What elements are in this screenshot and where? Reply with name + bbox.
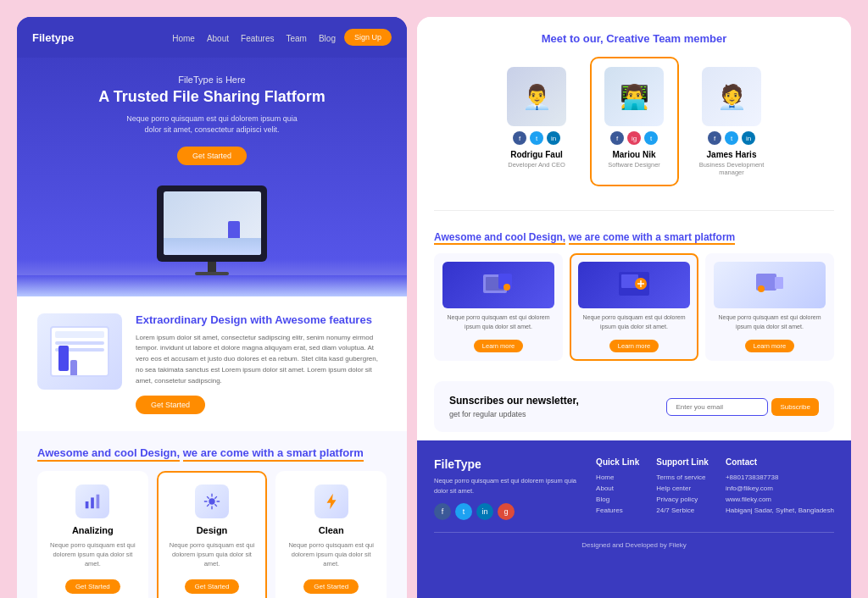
email-input[interactable]: [666, 398, 768, 416]
footer-brand: FileType Neque porro quisquam est qui do…: [434, 457, 579, 520]
footer-contact-links: +8801738387738 info@flikey.com www.filek…: [726, 473, 834, 514]
awesome-img-svg-0: [481, 270, 515, 300]
social-icons-1: f ig t: [598, 131, 670, 145]
awesome-heading-bold: Awesome and cool Design,: [434, 231, 565, 245]
footer-quick-link-1[interactable]: About: [596, 484, 639, 492]
right-panel: Meet to our, Creative Team member 👨‍💼 f …: [417, 17, 851, 598]
newsletter-form: Subscribe: [666, 398, 819, 416]
awesome-img-svg-2: [753, 270, 787, 300]
awesome-card-2: Neque porro quisquam est qui dolorem ips…: [705, 253, 834, 361]
svg-rect-2: [97, 494, 100, 508]
footer-top: FileType Neque porro quisquam est qui do…: [434, 457, 834, 520]
features-cta-button[interactable]: Get Started: [136, 396, 205, 414]
nav-links: Home About Features Team Blog: [172, 30, 336, 45]
features-text: Extraordinary Design with Awesome featur…: [136, 313, 387, 414]
footer-brand-desc: Neque porro quisquam est qui dolorem ips…: [434, 476, 579, 496]
footer-col-support-heading: Support Link: [656, 457, 709, 467]
footer-quick-link-3[interactable]: Features: [596, 507, 639, 514]
facebook-icon-0[interactable]: f: [513, 131, 526, 145]
nav-blog[interactable]: Blog: [319, 34, 336, 43]
facebook-icon-2[interactable]: f: [708, 131, 721, 145]
linkedin-icon-2[interactable]: in: [742, 131, 755, 145]
team-heading: Meet to our, Creative Team member: [434, 32, 834, 45]
team-section: Meet to our, Creative Team member 👨‍💼 f …: [417, 17, 851, 202]
footer-col-quick: Quick Link Home About Blog Features: [596, 457, 639, 520]
footer-facebook-icon[interactable]: f: [434, 503, 451, 520]
awesome-card-img-2: [714, 262, 826, 308]
card-analizing: Analizing Neque porro quisquam est qui d…: [37, 471, 148, 598]
features-image: [37, 313, 122, 390]
footer-quick-links: Home About Blog Features: [596, 473, 639, 514]
subscribe-button[interactable]: Subscribe: [771, 398, 819, 416]
team-row: 👨‍💼 f t in Rodrigu Faul Developer And CE…: [434, 57, 834, 186]
monitor-illustration: [157, 185, 267, 262]
svg-rect-1: [91, 497, 94, 508]
card-clean-btn[interactable]: Get Started: [303, 579, 359, 594]
awesome-section: Awesome and cool Design, we are come wit…: [417, 219, 851, 373]
team-name-1: Mariou Nik: [598, 150, 670, 159]
team-card-1: 👨‍💻 f ig t Mariou Nik Software Designer: [590, 57, 679, 186]
signup-button[interactable]: Sign Up: [344, 29, 392, 46]
hero-section: FileType is Here A Trusted File Sharing …: [17, 58, 407, 275]
twitter-icon-0[interactable]: t: [530, 131, 543, 145]
nav-features[interactable]: Features: [241, 34, 274, 43]
card-analizing-desc: Neque porro quisquam est qui dolorem ips…: [47, 540, 138, 569]
footer-google-icon[interactable]: g: [498, 503, 515, 520]
twitter-icon-1[interactable]: t: [644, 131, 658, 145]
facebook-icon-1[interactable]: f: [610, 131, 624, 145]
hero-subtitle: FileType is Here: [42, 75, 381, 85]
cool-design-heading: Awesome and cool Design, we are come wit…: [37, 446, 387, 459]
svg-point-7: [504, 284, 510, 291]
features-figure: [58, 346, 69, 371]
hero-cta-button[interactable]: Get Started: [177, 147, 247, 165]
monitor-stand: [208, 262, 216, 272]
avatar-1: 👨‍💻: [604, 67, 664, 126]
cool-design-section: Awesome and cool Design, we are come wit…: [17, 431, 407, 598]
instagram-icon-1[interactable]: ig: [627, 131, 641, 145]
team-card-0: 👨‍💼 f t in Rodrigu Faul Developer And CE…: [492, 57, 581, 186]
features-heading-bold: Extraordinary Design: [136, 313, 248, 326]
design-icon: [195, 484, 229, 518]
linkedin-icon-0[interactable]: in: [547, 131, 560, 145]
left-panel: Filetype Home About Features Team Blog S…: [17, 17, 407, 598]
team-card-2: 🧑‍💼 f t in James Haris Business Developm…: [687, 57, 776, 186]
features-heading: Extraordinary Design with Awesome featur…: [136, 313, 387, 326]
analizing-icon: [75, 484, 109, 518]
awesome-card-btn-2[interactable]: Learn more: [745, 340, 794, 352]
team-name-2: James Haris: [696, 150, 768, 159]
awesome-card-desc-2: Neque porro quisquam est qui dolorem ips…: [714, 313, 826, 331]
footer: FileType Neque porro quisquam est qui do…: [417, 440, 851, 598]
footer-support-link-0[interactable]: Terms of service: [656, 473, 709, 481]
design-icon-svg: [203, 492, 221, 511]
footer-col-contact: Contact +8801738387738 info@flikey.com w…: [726, 457, 834, 520]
awesome-cards-row: Neque porro quisquam est qui dolorem ips…: [434, 253, 834, 361]
awesome-card-btn-0[interactable]: Learn more: [474, 340, 523, 352]
footer-twitter-icon[interactable]: t: [455, 503, 472, 520]
avatar-0-img: 👨‍💼: [507, 67, 566, 126]
footer-quick-link-2[interactable]: Blog: [596, 496, 639, 503]
chart-icon-svg: [83, 492, 102, 511]
newsletter-subtitle: get for regular updates: [449, 410, 579, 418]
awesome-card-btn-1[interactable]: Learn more: [609, 340, 659, 352]
footer-quick-link-0[interactable]: Home: [596, 473, 639, 481]
awesome-card-img-0: [442, 262, 554, 308]
nav-home[interactable]: Home: [172, 34, 195, 43]
footer-linkedin-icon[interactable]: in: [476, 503, 493, 520]
avatar-1-img: 👨‍💻: [604, 67, 664, 126]
nav-about[interactable]: About: [207, 34, 229, 43]
team-heading-bold: Creative Team member: [606, 32, 726, 45]
footer-col-support: Support Link Terms of service Help cente…: [656, 457, 709, 520]
card-analizing-btn[interactable]: Get Started: [65, 579, 120, 594]
footer-support-link-1[interactable]: Help center: [656, 484, 709, 492]
twitter-icon-2[interactable]: t: [725, 131, 738, 145]
features-description: Lorem ipsum dolor sit amet, consectetur …: [136, 333, 387, 387]
footer-support-link-2[interactable]: Privacy policy: [656, 496, 709, 503]
svg-rect-12: [775, 277, 783, 289]
card-clean: Clean Neque porro quisquam est qui dolor…: [275, 471, 387, 598]
nav-team[interactable]: Team: [287, 34, 307, 43]
nav-logo: Filetype: [32, 31, 74, 44]
footer-support-link-3[interactable]: 24/7 Serbice: [656, 507, 709, 514]
card-design-btn[interactable]: Get Started: [185, 579, 240, 594]
footer-col-contact-heading: Contact: [726, 457, 834, 467]
card-clean-desc: Neque porro quisquam est qui dolorem ips…: [286, 540, 376, 569]
